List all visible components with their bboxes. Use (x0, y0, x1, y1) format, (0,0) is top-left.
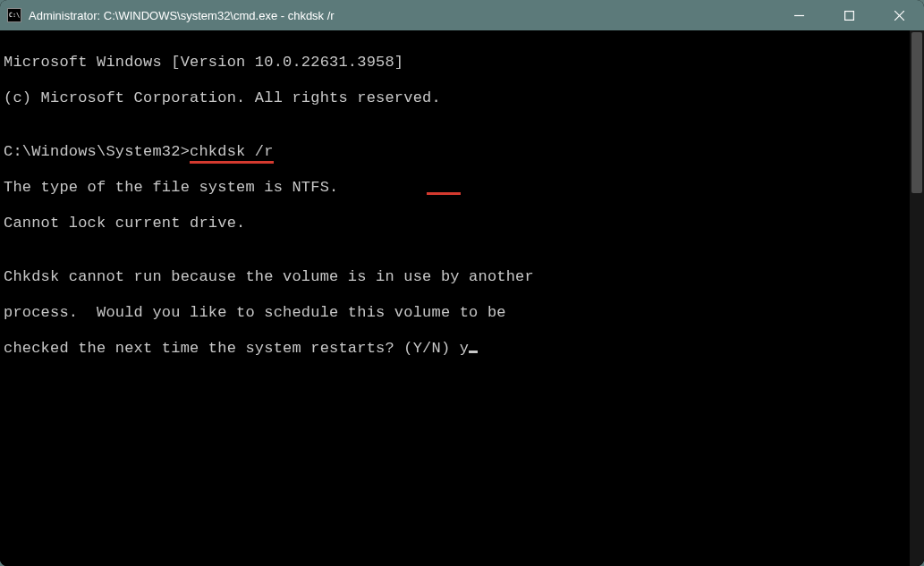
output-line: Microsoft Windows [Version 10.0.22631.39… (4, 54, 906, 72)
cursor (469, 351, 478, 353)
annotation-underline (427, 192, 461, 195)
minimize-icon (794, 11, 804, 21)
scrollbar[interactable] (910, 30, 924, 566)
prompt-command: chkdsk /r (190, 143, 274, 161)
titlebar[interactable]: C:\ Administrator: C:\WINDOWS\system32\c… (0, 0, 924, 30)
prompt-question: checked the next time the system restart… (4, 340, 460, 357)
maximize-icon (844, 11, 854, 21)
close-icon (894, 11, 904, 21)
output-line: Cannot lock current drive. (4, 215, 906, 232)
output-line: (c) Microsoft Corporation. All rights re… (4, 89, 906, 107)
window-title: Administrator: C:\WINDOWS\system32\cmd.e… (29, 9, 774, 22)
cmd-window: C:\ Administrator: C:\WINDOWS\system32\c… (0, 0, 924, 566)
output-line: process. Would you like to schedule this… (4, 304, 906, 322)
terminal-area: Microsoft Windows [Version 10.0.22631.39… (0, 30, 924, 566)
minimize-button[interactable] (774, 0, 824, 30)
output-line: checked the next time the system restart… (4, 340, 906, 358)
terminal-output[interactable]: Microsoft Windows [Version 10.0.22631.39… (0, 30, 910, 566)
output-line: Chkdsk cannot run because the volume is … (4, 268, 906, 286)
scrollbar-thumb[interactable] (911, 32, 922, 193)
annotation-underline (190, 161, 274, 164)
prompt-line: C:\Windows\System32>chkdsk /r (4, 143, 906, 161)
window-controls (774, 0, 924, 30)
close-button[interactable] (874, 0, 924, 30)
maximize-button[interactable] (824, 0, 874, 30)
svg-rect-1 (844, 11, 853, 20)
prompt-path: C:\Windows\System32> (4, 143, 190, 160)
user-input: y (460, 340, 469, 357)
cmd-icon: C:\ (7, 8, 21, 22)
